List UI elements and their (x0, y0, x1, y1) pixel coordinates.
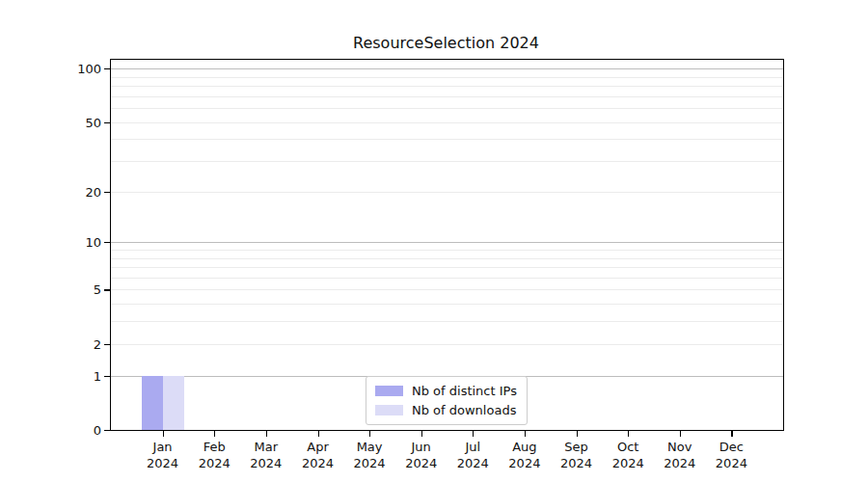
x-tick-label-jan: Jan2024 (147, 439, 178, 471)
bar-jan-distinct-ips (142, 376, 163, 430)
gridline-y-100 (111, 68, 783, 69)
figure: ResourceSelection 2024 Nb of distinct IP… (0, 0, 868, 482)
y-tick-label-2: 2 (59, 336, 101, 351)
y-tick-label-5: 5 (59, 282, 101, 297)
y-tick-label-20: 20 (59, 184, 101, 199)
gridline-y-10 (111, 242, 783, 243)
y-tick-mark-10 (104, 242, 110, 243)
gridline-y-5 (111, 289, 783, 290)
x-tick-label-feb: Feb2024 (199, 439, 231, 471)
legend-label-downloads: Nb of downloads (412, 403, 516, 417)
gridline-y-9 (111, 250, 783, 251)
y-tick-mark-0 (104, 430, 110, 431)
x-tick-mark-jul (473, 431, 474, 437)
x-tick-label-apr: Apr2024 (302, 439, 334, 471)
x-tick-label-jun: Jun2024 (405, 439, 437, 471)
y-tick-mark-5 (104, 289, 110, 290)
y-tick-mark-100 (104, 68, 110, 69)
x-tick-mark-oct (628, 431, 629, 437)
x-tick-label-dec: Dec2024 (716, 439, 747, 471)
gridline-y-30 (111, 161, 783, 162)
x-tick-label-may: May2024 (354, 439, 386, 471)
gridline-y-80 (111, 86, 783, 87)
legend-label-distinct-ips: Nb of distinct IPs (412, 384, 517, 398)
gridline-y-90 (111, 77, 783, 78)
y-tick-mark-50 (104, 122, 110, 123)
x-tick-label-jul: Jul2024 (457, 439, 489, 471)
gridline-y-2 (111, 344, 783, 345)
legend: Nb of distinct IPs Nb of downloads (366, 376, 528, 425)
x-tick-mark-nov (680, 431, 681, 437)
gridline-y-60 (111, 108, 783, 109)
gridline-y-4 (111, 304, 783, 305)
x-tick-mark-apr (318, 431, 319, 437)
gridline-y-50 (111, 122, 783, 123)
bar-jan-downloads (163, 376, 184, 430)
x-tick-mark-jan (163, 431, 164, 437)
gridline-y-70 (111, 96, 783, 97)
chart-title: ResourceSelection 2024 (110, 34, 782, 52)
y-tick-label-100: 100 (59, 62, 101, 76)
legend-swatch-downloads (375, 405, 403, 415)
y-tick-label-0: 0 (59, 423, 101, 438)
x-tick-mark-dec (731, 431, 732, 437)
y-tick-label-10: 10 (59, 235, 101, 250)
gridline-y-6 (111, 278, 783, 279)
x-tick-mark-may (369, 431, 370, 437)
legend-item-distinct-ips: Nb of distinct IPs (375, 384, 517, 398)
legend-item-downloads: Nb of downloads (375, 403, 517, 417)
x-tick-label-mar: Mar2024 (250, 439, 282, 471)
plot-area: Nb of distinct IPs Nb of downloads 01251… (110, 59, 784, 431)
legend-swatch-distinct-ips (375, 386, 403, 396)
gridline-y-3 (111, 321, 783, 322)
gridline-y-20 (111, 192, 783, 193)
gridline-y-8 (111, 258, 783, 259)
gridline-y-40 (111, 139, 783, 140)
y-tick-mark-20 (104, 192, 110, 193)
y-tick-label-1: 1 (59, 368, 101, 383)
x-tick-label-nov: Nov2024 (664, 439, 695, 471)
x-tick-mark-mar (266, 431, 267, 437)
x-tick-mark-feb (214, 431, 215, 437)
x-tick-mark-aug (525, 431, 526, 437)
x-tick-mark-jun (421, 431, 422, 437)
x-tick-label-sep: Sep2024 (560, 439, 592, 471)
y-tick-mark-1 (104, 376, 110, 377)
x-tick-mark-sep (577, 431, 578, 437)
y-tick-label-50: 50 (59, 115, 101, 129)
x-tick-label-oct: Oct2024 (612, 439, 644, 471)
y-tick-mark-2 (104, 344, 110, 345)
x-tick-label-aug: Aug2024 (508, 439, 540, 471)
gridline-y-7 (111, 267, 783, 268)
